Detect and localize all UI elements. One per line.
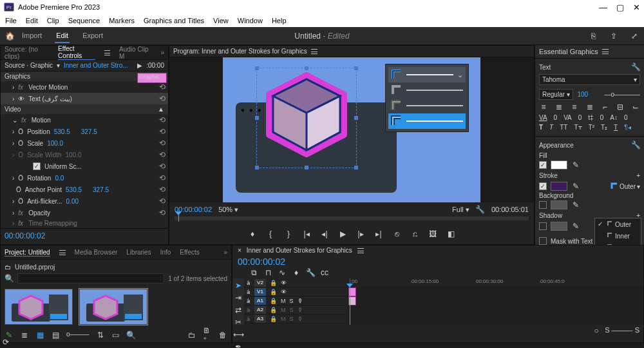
align-center-icon[interactable]: ≣ bbox=[554, 102, 564, 111]
rtl-text-icon[interactable]: ¶◂ bbox=[624, 124, 630, 131]
menu-graphics[interactable]: Graphics and Titles bbox=[144, 17, 204, 24]
tab-source[interactable]: Source: (no clips) bbox=[5, 46, 49, 60]
eye-icon[interactable]: 👁 bbox=[18, 95, 24, 102]
ripple-tool-icon[interactable]: ⇄ bbox=[234, 305, 243, 314]
track-select-tool-icon[interactable]: ⇥ bbox=[234, 293, 243, 302]
leading-icon[interactable]: A↕ bbox=[610, 114, 618, 121]
vector-motion-effect[interactable]: Vector Motion bbox=[28, 84, 68, 91]
freeform-view-icon[interactable]: ▤ bbox=[51, 331, 60, 340]
stroke-popup-selected[interactable] bbox=[388, 113, 466, 129]
menu-sequence[interactable]: Sequence bbox=[68, 17, 100, 24]
shadow-swatch[interactable] bbox=[551, 222, 567, 231]
new-item-menu-icon[interactable]: 🗎⁺ bbox=[203, 331, 212, 340]
text-layer-effect[interactable]: Text (بیت گرف) bbox=[28, 95, 155, 102]
timeline-zoom-bar[interactable]: S ——— S bbox=[605, 326, 639, 335]
source-clip-link[interactable]: Inner and Outer Stro... bbox=[64, 62, 128, 69]
anchor-y[interactable]: 327.5 bbox=[93, 186, 116, 193]
track-a1-header[interactable]: A1 bbox=[254, 297, 266, 305]
scale-property[interactable]: Scale bbox=[27, 140, 43, 147]
add-stroke-icon[interactable]: + bbox=[636, 172, 640, 179]
underline-icon[interactable]: T bbox=[614, 124, 618, 131]
tab-libraries[interactable]: Libraries bbox=[126, 249, 151, 256]
stroke-checkbox[interactable] bbox=[539, 182, 547, 190]
sort-icon[interactable]: ⇅ bbox=[96, 331, 105, 340]
sync-icon[interactable]: ⟳ bbox=[1, 338, 10, 347]
align-right-icon[interactable]: ≡ bbox=[570, 102, 579, 111]
export-frame-icon[interactable]: 🖼 bbox=[428, 229, 437, 238]
new-bin-icon[interactable]: 🗀 bbox=[187, 331, 196, 340]
tracking-icon[interactable]: VA bbox=[564, 114, 572, 121]
position-property[interactable]: Position bbox=[27, 128, 50, 135]
menu-view[interactable]: View bbox=[213, 17, 229, 24]
menu-help[interactable]: Help bbox=[272, 17, 287, 24]
panel-menu-icon[interactable] bbox=[104, 50, 110, 55]
home-icon[interactable]: 🏠 bbox=[5, 32, 14, 41]
find-icon[interactable]: 🔍 bbox=[127, 331, 136, 340]
align-justify-icon[interactable]: ≣ bbox=[585, 102, 594, 111]
menu-file[interactable]: File bbox=[5, 17, 17, 24]
lift-icon[interactable]: ⎋ bbox=[392, 229, 401, 238]
selection-tool-icon[interactable]: ➤ bbox=[234, 281, 243, 290]
pen-tool-icon[interactable]: ✒ bbox=[234, 342, 243, 348]
background-swatch[interactable] bbox=[551, 200, 567, 209]
size-slider[interactable]: —o———— bbox=[604, 91, 640, 98]
menu-markers[interactable]: Markers bbox=[109, 17, 135, 24]
delete-icon[interactable]: 🗑 bbox=[218, 331, 227, 340]
tab-edit[interactable]: Edit bbox=[55, 29, 70, 43]
track-v1-header[interactable]: V1 bbox=[254, 288, 266, 296]
wrench-icon[interactable]: 🔧 bbox=[476, 205, 485, 214]
video-section[interactable]: Video▲ bbox=[1, 104, 168, 114]
eyedropper-icon[interactable]: ✎ bbox=[571, 182, 580, 191]
wrench-icon[interactable]: 🔧 bbox=[631, 140, 640, 150]
zoom-dropdown[interactable]: 50% ▾ bbox=[218, 206, 238, 214]
timeline-title[interactable]: Inner and Outer Strokes for Graphics bbox=[247, 247, 352, 254]
effect-controls-timecode[interactable]: 00:00:00:02 bbox=[1, 228, 168, 243]
scale-value[interactable]: 100.0 bbox=[47, 140, 70, 147]
bin-icon[interactable]: 🗀 bbox=[5, 264, 11, 271]
baseline-icon[interactable]: t‡ bbox=[588, 114, 593, 121]
playhead[interactable] bbox=[350, 287, 350, 325]
timeline-out-icon[interactable]: ○ bbox=[592, 326, 601, 335]
timeline-timecode[interactable]: 00:00:00:02 bbox=[238, 256, 285, 267]
anchor-x[interactable]: 530.5 bbox=[66, 186, 89, 193]
mask-with-text-checkbox[interactable] bbox=[539, 237, 547, 245]
stroke-menu-inner[interactable]: Inner bbox=[595, 230, 641, 242]
tab-media-browser[interactable]: Media Browser bbox=[75, 249, 118, 256]
time-remapping-effect[interactable]: Time Remapping bbox=[28, 220, 77, 227]
antiflicker-value[interactable]: 0.00 bbox=[66, 198, 90, 205]
fill-swatch[interactable] bbox=[551, 160, 567, 169]
anchor-property[interactable]: Anchor Point bbox=[25, 186, 62, 193]
rotation-property[interactable]: Rotation bbox=[27, 175, 51, 182]
italic-icon[interactable]: T bbox=[549, 124, 553, 131]
fit-dropdown[interactable]: Full ▾ bbox=[452, 206, 469, 214]
fullscreen-icon[interactable]: ⤢ bbox=[630, 32, 639, 41]
rotation-value[interactable]: 0.0 bbox=[55, 175, 78, 182]
add-marker-icon[interactable]: ♦ bbox=[248, 229, 257, 238]
tab-audio-clip[interactable]: Audio Clip M bbox=[119, 46, 151, 60]
tab-export[interactable]: Export bbox=[81, 29, 104, 43]
list-view-icon[interactable]: ≣ bbox=[20, 331, 29, 340]
selection-bounds[interactable] bbox=[256, 68, 357, 168]
snap-icon[interactable]: ⊓ bbox=[263, 268, 272, 277]
go-to-in-icon[interactable]: |◂ bbox=[302, 229, 311, 238]
opacity-effect[interactable]: Opacity bbox=[28, 209, 50, 217]
font-dropdown[interactable]: Tahoma▾ bbox=[539, 74, 640, 85]
timeline-panel-menu-icon[interactable] bbox=[357, 248, 364, 253]
allcaps-icon[interactable]: TT bbox=[560, 124, 567, 131]
stroke-menu-outer[interactable]: Outer bbox=[595, 218, 641, 230]
tab-effects[interactable]: Effects bbox=[180, 249, 199, 256]
settings-wrench-icon[interactable]: 🔧 bbox=[306, 268, 315, 277]
eyedropper-icon[interactable]: ✎ bbox=[571, 200, 580, 209]
caption-icon[interactable]: cc bbox=[320, 268, 329, 277]
project-panel-menu-icon[interactable] bbox=[59, 250, 66, 255]
position-y[interactable]: 327.5 bbox=[81, 128, 104, 135]
menu-clip[interactable]: Clip bbox=[47, 17, 59, 24]
nest-icon[interactable]: ⧉ bbox=[249, 268, 258, 277]
go-to-out-icon[interactable]: ▸| bbox=[374, 229, 383, 238]
fill-checkbox[interactable] bbox=[539, 161, 547, 169]
antiflicker-property[interactable]: Anti-flicker... bbox=[27, 198, 62, 205]
mark-out-icon[interactable]: } bbox=[284, 229, 293, 238]
mark-in-icon[interactable]: { bbox=[266, 229, 275, 238]
font-size-value[interactable]: 100 bbox=[577, 91, 600, 98]
panel-overflow-icon[interactable]: » bbox=[223, 249, 227, 256]
